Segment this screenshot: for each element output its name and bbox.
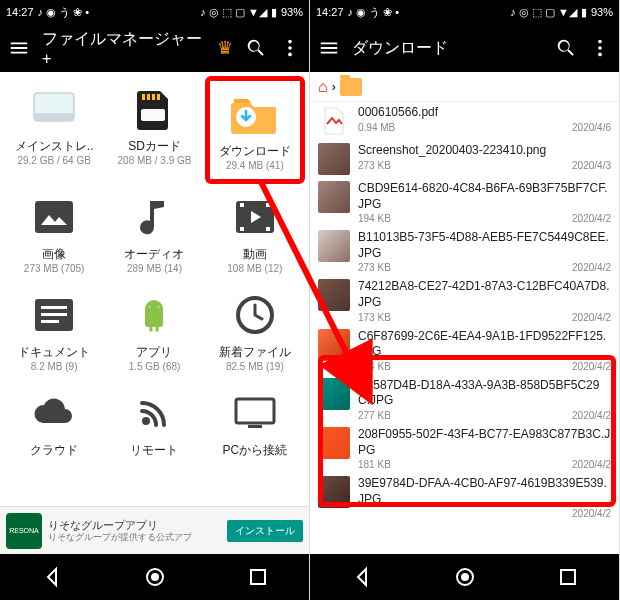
- list-item[interactable]: 208F0955-502F-43F4-BC77-EA983C877B3C.JPG…: [310, 424, 619, 473]
- nav-bar: [310, 554, 619, 600]
- breadcrumb[interactable]: ⌂ ›: [310, 72, 619, 102]
- svg-rect-8: [157, 94, 160, 100]
- cell-apps[interactable]: アプリ1.5 GB (68): [104, 282, 204, 380]
- menu-icon[interactable]: [8, 37, 30, 59]
- svg-rect-9: [141, 109, 165, 121]
- svg-point-29: [598, 46, 602, 50]
- ad-banner[interactable]: RESONA りそなグループアプリりそなグループが提供する公式アプ インストール: [0, 506, 309, 554]
- svg-point-30: [598, 53, 602, 57]
- svg-rect-15: [266, 203, 270, 207]
- svg-rect-13: [240, 203, 244, 207]
- svg-point-1: [288, 46, 292, 50]
- pc-icon: [230, 388, 280, 438]
- list-item[interactable]: 000610566.pdf0.94 MB2020/4/6: [310, 102, 619, 140]
- ad-app-icon: RESONA: [6, 513, 42, 549]
- battery-icon: ▮: [271, 6, 277, 19]
- thumbnail-icon: [318, 329, 350, 361]
- phone-left: 14:27♪ ◉ う ❀ • ♪ ◎ ⬚ ▢ ▼◢▮93% ファイルマネージャー…: [0, 0, 310, 600]
- android-icon: [129, 290, 179, 340]
- ad-install-button[interactable]: インストール: [227, 520, 303, 542]
- svg-point-26: [151, 573, 159, 581]
- crown-icon[interactable]: ♛: [217, 37, 233, 59]
- app-bar: ファイルマネージャー + ♛: [0, 24, 309, 72]
- image-icon: [29, 192, 79, 242]
- recent-button[interactable]: [246, 565, 270, 589]
- search-icon[interactable]: [245, 37, 267, 59]
- svg-rect-14: [240, 227, 244, 231]
- cell-remote[interactable]: リモート: [104, 380, 204, 467]
- thumbnail-icon: [318, 143, 350, 175]
- list-item[interactable]: 39E9784D-DFAA-4CB0-AF97-4619B339E539.JPG…: [310, 473, 619, 522]
- page-title: ダウンロード: [352, 38, 543, 59]
- home-button[interactable]: [143, 565, 167, 589]
- home-button[interactable]: [453, 565, 477, 589]
- svg-rect-20: [41, 320, 59, 323]
- app-title: ファイルマネージャー +: [42, 29, 205, 68]
- back-button[interactable]: [40, 565, 64, 589]
- svg-point-22: [142, 417, 150, 425]
- app-bar: ダウンロード: [310, 24, 619, 72]
- pdf-icon: [318, 105, 350, 137]
- drive-icon: [29, 84, 79, 134]
- thumbnail-icon: [318, 181, 350, 213]
- list-item[interactable]: Screenshot_20200403-223410.png273 KB2020…: [310, 140, 619, 178]
- cell-main-storage[interactable]: メインストレ..29.2 GB / 64 GB: [4, 76, 104, 184]
- svg-rect-5: [142, 94, 145, 100]
- list-item[interactable]: 74212BA8-CE27-42D1-87A3-C12BFC40A7D8.JPG…: [310, 276, 619, 325]
- cell-sd-card[interactable]: SDカード208 MB / 3.9 GB: [104, 76, 204, 184]
- search-icon[interactable]: [555, 37, 577, 59]
- phone-right: 14:27♪ ◉ う ❀ • ♪ ◎ ⬚ ▢ ▼◢▮93% ダウンロード ⌂ ›…: [310, 0, 620, 600]
- svg-rect-33: [561, 570, 575, 584]
- thumbnail-icon: [318, 476, 350, 508]
- nav-bar: [0, 554, 309, 600]
- cell-downloads[interactable]: ダウンロード29.4 MB (41): [205, 76, 305, 184]
- video-icon: [230, 192, 280, 242]
- recent-button[interactable]: [556, 565, 580, 589]
- list-item[interactable]: CBD9E614-6820-4C84-B6FA-69B3F75BF7CF.JPG…: [310, 178, 619, 227]
- cell-cloud[interactable]: クラウド: [4, 380, 104, 467]
- status-bar: 14:27♪ ◉ う ❀ • ♪ ◎ ⬚ ▢ ▼◢▮93%: [0, 0, 309, 24]
- folder-icon[interactable]: [340, 78, 362, 96]
- cell-recent[interactable]: 新着ファイル82.5 MB (19): [205, 282, 305, 380]
- thumbnail-icon: [318, 378, 350, 410]
- svg-point-28: [598, 40, 602, 44]
- more-icon[interactable]: [279, 37, 301, 59]
- cell-documents[interactable]: ドキュメント8.2 MB (9): [4, 282, 104, 380]
- svg-rect-24: [248, 425, 262, 428]
- list-item[interactable]: C6F87699-2C6E-4EA4-9A1B-1FD9522FF125.JPG…: [310, 326, 619, 375]
- sd-icon: [129, 84, 179, 134]
- cell-images[interactable]: 画像273 MB (705): [4, 184, 104, 282]
- list-item[interactable]: 9C587D4B-D18A-433A-9A3B-858D5BF5C29C.JPG…: [310, 375, 619, 424]
- cloud-icon: [29, 388, 79, 438]
- svg-point-2: [288, 53, 292, 57]
- svg-rect-4: [34, 113, 74, 121]
- back-button[interactable]: [350, 565, 374, 589]
- thumbnail-icon: [318, 279, 350, 311]
- menu-icon[interactable]: [318, 37, 340, 59]
- svg-point-0: [288, 40, 292, 44]
- remote-icon: [129, 388, 179, 438]
- svg-rect-27: [251, 570, 265, 584]
- cell-video[interactable]: 動画108 MB (12): [205, 184, 305, 282]
- svg-point-32: [461, 573, 469, 581]
- status-time: 14:27: [6, 6, 34, 18]
- svg-rect-23: [236, 399, 274, 423]
- thumbnail-icon: [318, 230, 350, 262]
- file-list[interactable]: 000610566.pdf0.94 MB2020/4/6 Screenshot_…: [310, 102, 619, 554]
- status-bar: 14:27♪ ◉ う ❀ • ♪ ◎ ⬚ ▢ ▼◢▮93%: [310, 0, 619, 24]
- chevron-right-icon: ›: [332, 80, 336, 94]
- home-icon[interactable]: ⌂: [318, 78, 328, 96]
- svg-rect-7: [152, 94, 155, 100]
- svg-rect-16: [266, 227, 270, 231]
- thumbnail-icon: [318, 427, 350, 459]
- clock-icon: [230, 290, 280, 340]
- cell-pc-connect[interactable]: PCから接続: [205, 380, 305, 467]
- download-folder-icon: [230, 89, 280, 139]
- document-icon: [29, 290, 79, 340]
- svg-rect-19: [41, 313, 67, 316]
- cell-audio[interactable]: オーディオ289 MB (14): [104, 184, 204, 282]
- category-grid: メインストレ..29.2 GB / 64 GB SDカード208 MB / 3.…: [0, 72, 309, 471]
- more-icon[interactable]: [589, 37, 611, 59]
- svg-rect-11: [35, 201, 73, 233]
- list-item[interactable]: B11013B5-73F5-4D88-AEB5-FE7C5449C8EE.JPG…: [310, 227, 619, 276]
